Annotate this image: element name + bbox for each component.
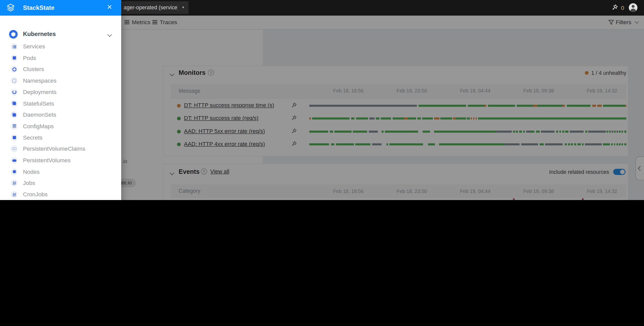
sidebar-item-configmaps[interactable]: ConfigMaps <box>0 121 121 132</box>
sidebar-item-label: StatefulSets <box>23 100 54 107</box>
cronjobs-icon <box>11 191 18 198</box>
services-icon <box>11 43 18 50</box>
statefulsets-icon <box>11 100 18 107</box>
sidebar-item-services[interactable]: Services <box>0 41 121 53</box>
navigation-drawer: StackState ✕ Kubernetes ServicesPodsClus… <box>0 0 121 200</box>
sidebar-item-kubernetes[interactable]: Kubernetes <box>0 29 121 40</box>
daemonsets-icon <box>11 111 18 118</box>
clusters-icon <box>11 66 18 73</box>
sidebar-item-statefulsets[interactable]: StatefulSets <box>0 98 121 110</box>
kubernetes-chevron-icon <box>107 32 112 37</box>
sidebar-item-label: PersistentVolumeClaims <box>23 146 85 152</box>
secrets-icon <box>11 134 18 141</box>
close-icon[interactable]: ✕ <box>107 3 112 11</box>
sidebar-item-label: Nodes <box>23 168 40 175</box>
user-avatar[interactable] <box>629 3 637 12</box>
configmaps-icon <box>11 123 18 130</box>
sidebar-item-label: CronJobs <box>23 191 48 198</box>
sidebar-item-clusters[interactable]: Clusters <box>0 64 121 75</box>
sidebar-item-daemonsets[interactable]: DaemonSets <box>0 109 121 121</box>
component-selector[interactable]: ager-operated (service) <box>121 1 178 14</box>
sidebar-item-namespaces[interactable]: Namespaces <box>0 75 121 87</box>
sidebar-item-label: Deployments <box>23 89 56 95</box>
stackstate-app: ager-operated (service) ▾ 0 Metrics Trac… <box>0 0 644 200</box>
sidebar-item-label: PersistentVolumes <box>23 157 71 164</box>
sidebar-item-label: ConfigMaps <box>23 123 54 129</box>
pin-icon[interactable] <box>611 4 618 11</box>
persistentvolumeclaims-icon <box>11 146 18 153</box>
sidebar-item-label: Secrets <box>23 134 42 141</box>
sidebar-item-label: DaemonSets <box>23 111 56 118</box>
sidebar-item-label: Pods <box>23 54 36 61</box>
pods-icon <box>11 54 18 61</box>
sidebar-item-label: Namespaces <box>23 77 56 84</box>
drawer-backdrop[interactable] <box>121 16 644 200</box>
drawer-title: StackState <box>23 4 54 11</box>
namespaces-icon <box>11 77 18 84</box>
sidebar-item-label: Clusters <box>23 66 44 72</box>
sidebar-item-nodes[interactable]: Nodes <box>0 166 121 178</box>
sidebar-item-label: Jobs <box>23 180 35 186</box>
sidebar-item-persistentvolumeclaims[interactable]: PersistentVolumeClaims <box>0 143 121 155</box>
pin-count: 0 <box>621 5 624 11</box>
drawer-header: StackState ✕ <box>0 0 121 16</box>
sidebar-item-pods[interactable]: Pods <box>0 52 121 64</box>
component-selector-value: ager-operated (service) <box>124 5 178 11</box>
sidebar-item-jobs[interactable]: Jobs <box>0 178 121 189</box>
selector-caret-icon[interactable]: ▾ <box>178 1 188 14</box>
persistentvolumes-icon <box>11 157 18 164</box>
sidebar-item-deployments[interactable]: Deployments <box>0 87 121 98</box>
kubernetes-icon <box>9 30 18 39</box>
deployments-icon <box>11 89 18 96</box>
jobs-icon <box>11 180 18 187</box>
nodes-icon <box>11 168 18 175</box>
sidebar-item-secrets[interactable]: Secrets <box>0 132 121 144</box>
sidebar-item-cronjobs[interactable]: CronJobs <box>0 189 121 200</box>
stackstate-logo-icon <box>6 3 16 13</box>
sidebar-item-persistentvolumes[interactable]: PersistentVolumes <box>0 155 121 167</box>
sidebar-item-label: Services <box>23 43 45 50</box>
